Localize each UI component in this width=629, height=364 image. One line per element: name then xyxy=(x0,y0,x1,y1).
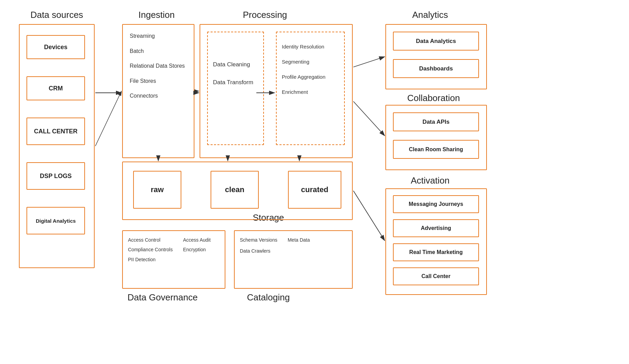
dsp-logs-box: DSP LOGS xyxy=(26,162,85,190)
call-center-box: CALL CENTER xyxy=(26,118,85,145)
identity-items: Identity Resolution Segmenting Profile A… xyxy=(282,43,326,96)
clean-box: clean xyxy=(211,171,259,209)
data-cleaning-items: Data Cleaning Data Transform xyxy=(213,60,253,87)
identity-box: Identity Resolution Segmenting Profile A… xyxy=(276,32,345,145)
cataloging-items: Schema Versions Data Crawlers Meta Data xyxy=(240,236,310,255)
processing-title: Processing xyxy=(200,10,330,20)
data-governance-title: Data Governance xyxy=(122,292,203,303)
real-time-marketing-box: Real Time Marketing xyxy=(393,243,479,261)
analytics-outer-box: Data Analytics Dashboards xyxy=(385,24,487,89)
messaging-journeys-box: Messaging Journeys xyxy=(393,195,479,213)
ingestion-items: Streaming Batch Relational Data Stores F… xyxy=(130,32,185,100)
data-sources-box: Devices CRM CALL CENTER DSP LOGS Digital… xyxy=(19,24,95,268)
collaboration-title: Collaboration xyxy=(392,93,475,103)
clean-room-sharing-box: Clean Room Sharing xyxy=(393,140,479,159)
call-center-activation-box: Call Center xyxy=(393,267,479,285)
cataloging-title: Cataloging xyxy=(234,292,303,303)
curated-box: curated xyxy=(288,171,341,209)
storage-box: raw clean curated xyxy=(122,162,353,220)
analytics-title: Analytics xyxy=(392,10,468,20)
advertising-box: Advertising xyxy=(393,219,479,237)
devices-box: Devices xyxy=(26,35,85,59)
activation-outer-box: Messaging Journeys Advertising Real Time… xyxy=(385,188,487,295)
ingestion-box: Streaming Batch Relational Data Stores F… xyxy=(122,24,194,158)
svg-line-9 xyxy=(353,57,385,67)
data-analytics-box: Data Analytics xyxy=(393,32,479,51)
data-sources-title: Data sources xyxy=(19,10,95,20)
data-apis-box: Data APIs xyxy=(393,112,479,131)
svg-line-10 xyxy=(353,101,385,136)
dashboards-box: Dashboards xyxy=(393,59,479,78)
ingestion-title: Ingestion xyxy=(122,10,191,20)
collaboration-outer-box: Data APIs Clean Room Sharing xyxy=(385,105,487,170)
svg-line-1 xyxy=(95,91,121,146)
processing-box: Data Cleaning Data Transform Identity Re… xyxy=(200,24,353,158)
crm-box: CRM xyxy=(26,76,85,100)
cataloging-box: Schema Versions Data Crawlers Meta Data xyxy=(234,230,353,289)
digital-analytics-box: Digital Analytics xyxy=(26,207,85,234)
data-cleaning-box: Data Cleaning Data Transform xyxy=(207,32,264,145)
raw-box: raw xyxy=(133,171,181,209)
activation-title: Activation xyxy=(392,175,468,186)
diagram-container: Data sources Ingestion Processing Storag… xyxy=(0,0,629,364)
data-governance-items: Access Control Compliance Controls PII D… xyxy=(128,236,211,263)
data-governance-box: Access Control Compliance Controls PII D… xyxy=(122,230,225,289)
svg-line-11 xyxy=(353,191,385,241)
